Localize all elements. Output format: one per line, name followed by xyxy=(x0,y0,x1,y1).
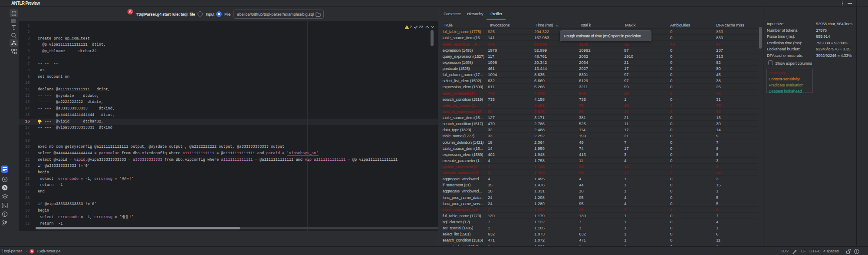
svg-text:A: A xyxy=(129,9,132,14)
svg-text:A: A xyxy=(31,249,33,253)
svg-text:A: A xyxy=(3,185,7,190)
